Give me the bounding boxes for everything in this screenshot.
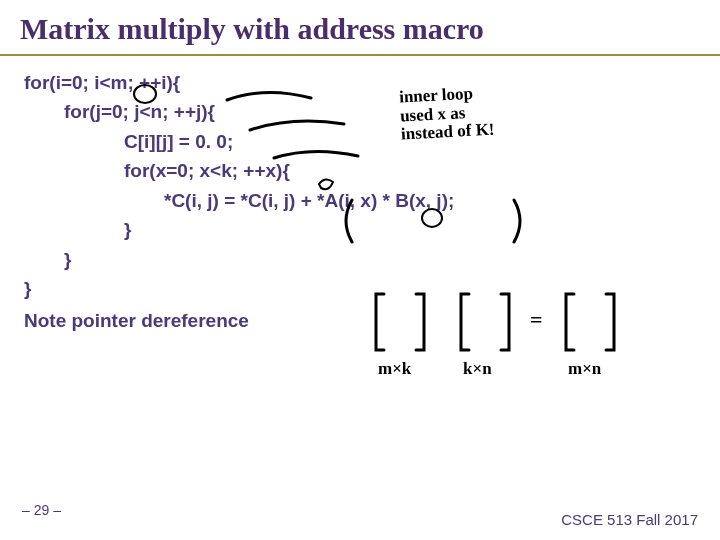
paren-right-icon xyxy=(510,198,528,244)
handwritten-dim-3: m×n xyxy=(568,360,601,379)
handwritten-dim-2: k×n xyxy=(463,360,492,379)
arrow-icon xyxy=(272,148,362,166)
code-line-5: *C(i, j) = *C(i, j) + *A(i, x) * B(x, j)… xyxy=(24,186,696,215)
code-line-6: } xyxy=(24,215,696,244)
svg-point-0 xyxy=(134,85,156,103)
bracket-sketch-icon xyxy=(560,288,620,358)
bracket-sketch-icon xyxy=(370,288,430,358)
arrow-icon xyxy=(225,88,315,108)
handwritten-dim-1: m×k xyxy=(378,360,411,379)
handwritten-equals: = xyxy=(530,308,543,332)
circle-annotation-icon xyxy=(132,82,158,106)
paren-left-icon xyxy=(338,198,356,244)
arrow-icon xyxy=(248,118,348,138)
scribble-icon xyxy=(315,174,337,196)
svg-point-1 xyxy=(422,209,442,227)
page-number: – 29 – xyxy=(22,502,61,518)
bracket-sketch-icon xyxy=(455,288,515,358)
footer-text: CSCE 513 Fall 2017 xyxy=(561,511,698,528)
code-line-7: } xyxy=(24,245,696,274)
slide-title: Matrix multiply with address macro xyxy=(0,0,720,56)
circle-annotation-icon xyxy=(420,206,444,230)
